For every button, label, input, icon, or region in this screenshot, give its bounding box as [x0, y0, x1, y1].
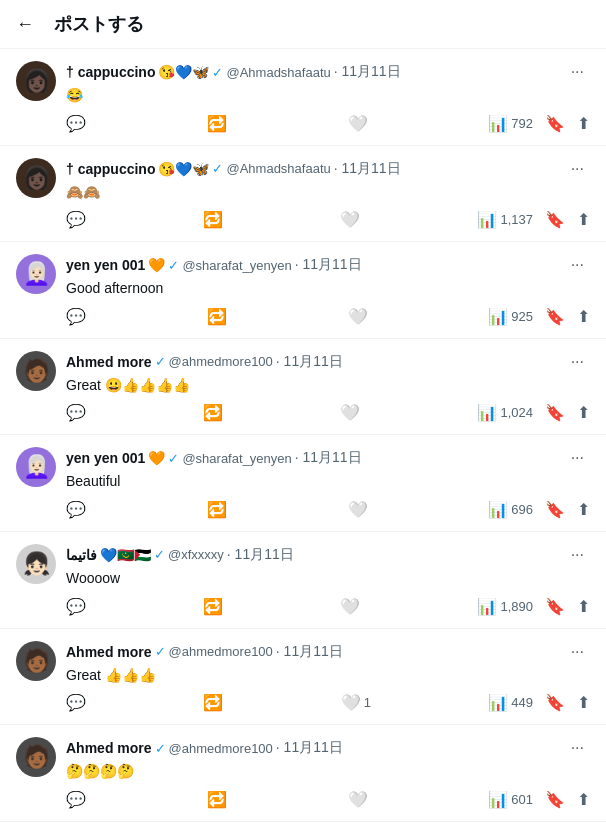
reply-button[interactable]: 💬 — [66, 790, 86, 809]
tweet-content: Good afternoon — [66, 279, 590, 299]
like-button[interactable]: 🤍 — [340, 403, 360, 422]
user-name: yen yen 001 — [66, 450, 145, 466]
like-button[interactable]: 🤍 — [340, 210, 360, 229]
retweet-button[interactable]: 🔁 — [207, 500, 227, 519]
dot-separator: · 11月11日 — [295, 449, 362, 467]
like-button[interactable]: 🤍 — [348, 307, 368, 326]
bookmark-button[interactable]: 🔖 — [545, 403, 565, 422]
retweet-button[interactable]: 🔁 — [203, 693, 223, 712]
user-name: فاتيما — [66, 547, 97, 563]
retweet-icon: 🔁 — [203, 597, 223, 616]
tweet-body: فاتيما 💙🇲🇷🇵🇸 ✓ @xfxxxxy · 11月11日 ··· Woo… — [66, 544, 590, 616]
dot-separator: · 11月11日 — [276, 643, 343, 661]
retweet-icon: 🔁 — [207, 500, 227, 519]
tweet-body: Ahmed more ✓ @ahmedmore100 · 11月11日 ··· … — [66, 641, 590, 713]
share-button[interactable]: ⬆ — [577, 307, 590, 326]
more-options-button[interactable]: ··· — [565, 158, 590, 180]
likes-count: 1 — [364, 695, 371, 710]
share-button[interactable]: ⬆ — [577, 693, 590, 712]
views-count: 1,024 — [500, 405, 533, 420]
tweet-header: yen yen 001 🧡 ✓ @sharafat_yenyen · 11月11… — [66, 447, 590, 469]
reply-button[interactable]: 💬 — [66, 114, 86, 133]
like-button[interactable]: 🤍 — [348, 790, 368, 809]
bookmark-button[interactable]: 🔖 — [545, 693, 565, 712]
user-handle: @ahmedmore100 — [169, 741, 273, 756]
bookmark-button[interactable]: 🔖 — [545, 597, 565, 616]
bookmark-button[interactable]: 🔖 — [545, 307, 565, 326]
tweet-actions: 💬 🔁 🤍 📊 1,890 🔖 — [66, 597, 590, 616]
like-icon: 🤍 — [348, 500, 368, 519]
views-stats: 📊 696 — [488, 500, 533, 519]
more-options-button[interactable]: ··· — [565, 641, 590, 663]
share-button[interactable]: ⬆ — [577, 114, 590, 133]
back-button[interactable]: ← — [16, 14, 34, 35]
bookmark-button[interactable]: 🔖 — [545, 790, 565, 809]
share-button[interactable]: ⬆ — [577, 597, 590, 616]
reply-button[interactable]: 💬 — [66, 403, 86, 422]
tweet-card: 🧑🏾 Ahmed more ✓ @ahmedmore100 · 11月11日 ·… — [0, 629, 606, 726]
retweet-button[interactable]: 🔁 — [207, 307, 227, 326]
views-stats: 📊 1,024 — [477, 403, 533, 422]
reply-button[interactable]: 💬 — [66, 693, 86, 712]
share-button[interactable]: ⬆ — [577, 210, 590, 229]
tweet-content: Woooow — [66, 569, 590, 589]
reply-button[interactable]: 💬 — [66, 210, 86, 229]
tweet-actions: 💬 🔁 🤍 📊 696 🔖 — [66, 500, 590, 519]
tweet-user-info: † cappuccino 😘💙🦋 ✓ @Ahmadshafaatu · 11月1… — [66, 63, 565, 81]
retweet-button[interactable]: 🔁 — [207, 114, 227, 133]
tweet-header: † cappuccino 😘💙🦋 ✓ @Ahmadshafaatu · 11月1… — [66, 158, 590, 180]
more-options-button[interactable]: ··· — [565, 544, 590, 566]
like-button[interactable]: 🤍 — [348, 500, 368, 519]
views-icon: 📊 — [477, 403, 497, 422]
user-handle: @Ahmadshafaatu — [226, 65, 330, 80]
retweet-button[interactable]: 🔁 — [203, 597, 223, 616]
share-icon: ⬆ — [577, 597, 590, 616]
reply-button[interactable]: 💬 — [66, 597, 86, 616]
retweet-icon: 🔁 — [203, 693, 223, 712]
bookmark-button[interactable]: 🔖 — [545, 114, 565, 133]
like-button[interactable]: 🤍 — [348, 114, 368, 133]
reply-button[interactable]: 💬 — [66, 307, 86, 326]
share-button[interactable]: ⬆ — [577, 403, 590, 422]
user-handle: @Ahmadshafaatu — [226, 161, 330, 176]
bookmark-icon: 🔖 — [545, 693, 565, 712]
retweet-button[interactable]: 🔁 — [203, 403, 223, 422]
more-options-button[interactable]: ··· — [565, 351, 590, 373]
user-handle: @sharafat_yenyen — [182, 451, 291, 466]
tweet-user-info: yen yen 001 🧡 ✓ @sharafat_yenyen · 11月11… — [66, 449, 565, 467]
reply-icon: 💬 — [66, 307, 86, 326]
share-button[interactable]: ⬆ — [577, 500, 590, 519]
more-options-button[interactable]: ··· — [565, 447, 590, 469]
views-stats: 📊 792 — [488, 114, 533, 133]
more-options-button[interactable]: ··· — [565, 61, 590, 83]
bookmark-icon: 🔖 — [545, 403, 565, 422]
user-name: † cappuccino — [66, 64, 155, 80]
action-right: 📊 1,890 🔖 ⬆ — [477, 597, 590, 616]
retweet-button[interactable]: 🔁 — [207, 790, 227, 809]
reply-button[interactable]: 💬 — [66, 500, 86, 519]
tweet-body: Ahmed more ✓ @ahmedmore100 · 11月11日 ··· … — [66, 737, 590, 809]
tweet-card: 🧑🏾 Ahmed more ✓ @ahmedmore100 · 11月11日 ·… — [0, 725, 606, 822]
bookmark-icon: 🔖 — [545, 790, 565, 809]
views-count: 696 — [511, 502, 533, 517]
reply-icon: 💬 — [66, 403, 86, 422]
avatar: 👩🏿 — [16, 61, 56, 101]
views-stats: 📊 925 — [488, 307, 533, 326]
bookmark-button[interactable]: 🔖 — [545, 210, 565, 229]
like-button[interactable]: 🤍 — [340, 597, 360, 616]
more-options-button[interactable]: ··· — [565, 737, 590, 759]
tweet-list: 👩🏿 † cappuccino 😘💙🦋 ✓ @Ahmadshafaatu · 1… — [0, 49, 606, 822]
verified-badge: ✓ — [155, 741, 166, 756]
tweet-actions: 💬 🔁 🤍 📊 925 🔖 — [66, 307, 590, 326]
tweet-actions: 💬 🔁 🤍 📊 1,137 🔖 — [66, 210, 590, 229]
more-options-button[interactable]: ··· — [565, 254, 590, 276]
views-count: 792 — [511, 116, 533, 131]
reply-icon: 💬 — [66, 210, 86, 229]
retweet-button[interactable]: 🔁 — [203, 210, 223, 229]
like-button[interactable]: 🤍 1 — [341, 693, 371, 712]
tweet-content: Beautiful — [66, 472, 590, 492]
views-count: 601 — [511, 792, 533, 807]
views-stats: 📊 1,890 — [477, 597, 533, 616]
bookmark-button[interactable]: 🔖 — [545, 500, 565, 519]
share-button[interactable]: ⬆ — [577, 790, 590, 809]
